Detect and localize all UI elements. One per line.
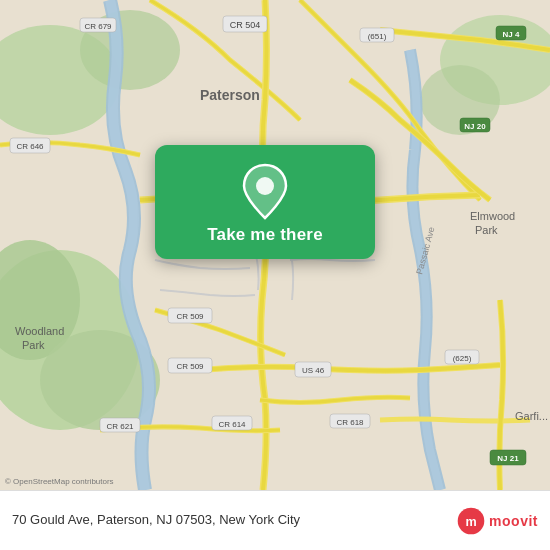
svg-text:CR 509: CR 509: [176, 362, 204, 371]
bottom-bar: 70 Gould Ave, Paterson, NJ 07503, New Yo…: [0, 490, 550, 550]
svg-text:(625): (625): [453, 354, 472, 363]
take-me-there-label: Take me there: [207, 225, 323, 245]
moovit-logo: m moovit: [457, 507, 538, 535]
svg-point-44: [256, 177, 274, 195]
svg-text:Garfi...: Garfi...: [515, 410, 548, 422]
map-container: CR 504 CR 679 (651) NJ 4 NJ 20 CR 646 Pa…: [0, 0, 550, 490]
svg-text:CR 618: CR 618: [336, 418, 364, 427]
svg-text:NJ 4: NJ 4: [503, 30, 520, 39]
address-text: 70 Gould Ave, Paterson, NJ 07503, New Yo…: [12, 512, 457, 529]
svg-text:Elmwood: Elmwood: [470, 210, 515, 222]
svg-text:CR 614: CR 614: [218, 420, 246, 429]
svg-text:NJ 21: NJ 21: [497, 454, 519, 463]
moovit-logo-icon: m: [457, 507, 485, 535]
svg-text:(651): (651): [368, 32, 387, 41]
svg-text:CR 509: CR 509: [176, 312, 204, 321]
svg-text:Park: Park: [22, 339, 45, 351]
svg-text:CR 621: CR 621: [106, 422, 134, 431]
svg-text:US 46: US 46: [302, 366, 325, 375]
svg-text:Paterson: Paterson: [200, 87, 260, 103]
svg-text:© OpenStreetMap contributors: © OpenStreetMap contributors: [5, 477, 114, 486]
svg-text:CR 504: CR 504: [230, 20, 261, 30]
svg-text:Park: Park: [475, 224, 498, 236]
moovit-text: moovit: [489, 513, 538, 529]
svg-text:NJ 20: NJ 20: [464, 122, 486, 131]
pin-icon: [239, 163, 291, 215]
svg-text:m: m: [466, 514, 477, 528]
svg-text:CR 646: CR 646: [16, 142, 44, 151]
take-me-there-card[interactable]: Take me there: [155, 145, 375, 259]
svg-text:CR 679: CR 679: [84, 22, 112, 31]
svg-text:Woodland: Woodland: [15, 325, 64, 337]
